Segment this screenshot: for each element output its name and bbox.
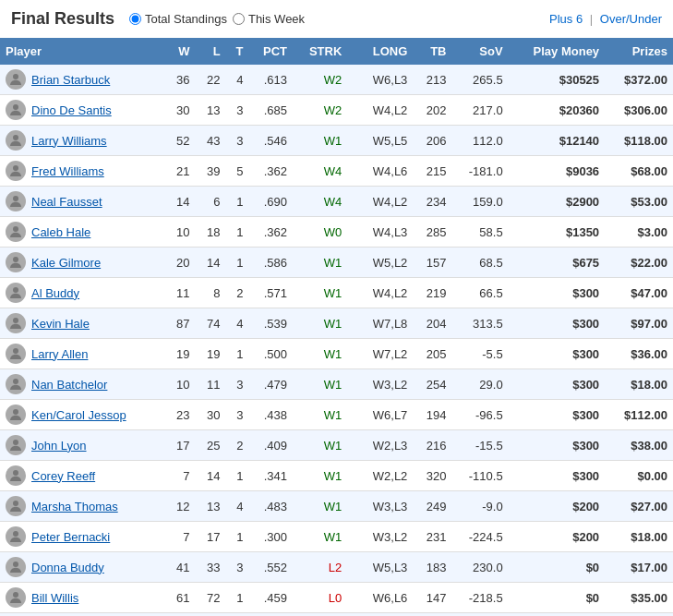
svg-point-9 — [13, 348, 18, 354]
tb-cell: 231 — [413, 522, 451, 552]
player-cell: Larry Williams — [0, 126, 164, 156]
svg-point-12 — [13, 440, 18, 445]
avatar — [6, 69, 26, 90]
tb-cell: 202 — [413, 95, 451, 126]
avatar — [6, 465, 26, 486]
player-name[interactable]: Neal Fausset — [31, 195, 102, 209]
tb-cell: 205 — [413, 339, 451, 369]
play-money-cell: $300 — [509, 461, 605, 491]
l-cell: 8 — [195, 278, 225, 308]
sov-cell: 58.5 — [452, 217, 509, 248]
sov-cell: -218.5 — [452, 583, 509, 613]
player-cell: Corey Reeff — [0, 461, 164, 491]
avatar — [6, 405, 26, 425]
sov-cell: 68.5 — [452, 248, 509, 278]
strk-cell: W4 — [293, 156, 347, 187]
player-name[interactable]: Fred Williams — [31, 164, 104, 178]
player-name[interactable]: John Lyon — [31, 439, 87, 453]
play-money-cell: $2900 — [509, 187, 605, 217]
player-name[interactable]: Bill Willis — [31, 591, 78, 605]
pct-cell: .300 — [249, 522, 294, 552]
play-money-cell: $20360 — [509, 95, 605, 126]
over-under-link[interactable]: Over/Under — [600, 12, 662, 26]
t-cell: 3 — [226, 126, 249, 156]
t-cell: 3 — [226, 552, 249, 583]
svg-point-13 — [13, 470, 18, 476]
long-cell: W4,L3 — [347, 217, 413, 248]
play-money-cell: $300 — [509, 400, 605, 430]
svg-point-10 — [13, 379, 18, 384]
strk-cell: W1 — [293, 522, 347, 552]
w-cell: 87 — [164, 308, 195, 339]
table-row: Larry Williams52433.546W1W5,L5206112.0$1… — [0, 126, 673, 156]
t-cell: 3 — [226, 369, 249, 400]
w-cell: 19 — [164, 339, 195, 369]
player-name[interactable]: Donna Buddy — [31, 561, 104, 574]
player-name[interactable]: Kevin Hale — [31, 317, 90, 331]
avatar — [6, 130, 26, 151]
prizes-cell: $306.00 — [605, 95, 673, 126]
this-week-radio[interactable]: This Week — [233, 12, 305, 26]
svg-point-15 — [13, 531, 18, 537]
avatar — [6, 374, 26, 394]
l-cell: 74 — [195, 308, 225, 339]
player-name[interactable]: Larry Williams — [31, 134, 107, 148]
svg-point-11 — [13, 409, 18, 415]
strk-cell: W1 — [293, 126, 347, 156]
table-row: Bill Willis61721.459L0W6,L6147-218.5$0$3… — [0, 583, 673, 613]
t-cell: 1 — [226, 217, 249, 248]
play-money-cell: $300 — [509, 369, 605, 400]
player-cell: Kale Gilmore — [0, 248, 164, 278]
player-cell: Neal Fausset — [0, 187, 164, 217]
total-standings-radio[interactable]: Total Standings — [129, 12, 227, 26]
player-name[interactable]: Corey Reeff — [31, 469, 95, 483]
play-money-cell: $200 — [509, 522, 605, 552]
player-name[interactable]: Larry Allen — [31, 347, 88, 361]
tb-cell: 206 — [413, 126, 451, 156]
player-name[interactable]: Brian Starbuck — [31, 73, 110, 87]
player-name[interactable]: Peter Bernacki — [31, 530, 110, 544]
player-name[interactable]: Dino De Santis — [31, 103, 112, 117]
l-cell: 14 — [195, 248, 225, 278]
play-money-cell: $0 — [509, 583, 605, 613]
prizes-cell: $35.00 — [605, 583, 673, 613]
plus6-link[interactable]: Plus 6 — [549, 12, 583, 26]
pct-cell: .479 — [249, 369, 294, 400]
player-name[interactable]: Al Buddy — [31, 286, 79, 300]
l-cell: 30 — [195, 400, 225, 430]
player-cell: Paul Lilly — [0, 613, 164, 617]
prizes-cell: $12.00 — [605, 613, 673, 617]
player-name[interactable]: Caleb Hale — [31, 225, 90, 239]
player-name[interactable]: Kale Gilmore — [31, 256, 101, 270]
w-cell: 36 — [164, 65, 195, 95]
w-cell: 11 — [164, 278, 195, 308]
pct-cell: .546 — [249, 126, 294, 156]
w-cell: 20 — [164, 248, 195, 278]
long-cell: W5,L2 — [347, 248, 413, 278]
player-cell: Bill Willis — [0, 583, 164, 613]
w-cell: 7 — [164, 461, 195, 491]
player-name[interactable]: Nan Batchelor — [31, 378, 107, 392]
player-cell: Donna Buddy — [0, 552, 164, 583]
t-cell: 3 — [226, 95, 249, 126]
pct-cell: .341 — [249, 461, 294, 491]
strk-cell: W1 — [293, 400, 347, 430]
pct-cell: .613 — [249, 65, 294, 95]
avatar — [6, 435, 26, 455]
table-row: Peter Bernacki7171.300W1W3,L2231-224.5$2… — [0, 522, 673, 552]
avatar — [6, 557, 26, 577]
standings-toggle: Total Standings This Week — [129, 12, 305, 26]
svg-point-8 — [13, 318, 18, 323]
strk-cell: L0 — [293, 613, 347, 617]
tb-cell: 157 — [413, 248, 451, 278]
tb-cell: 215 — [413, 156, 451, 187]
player-name[interactable]: Ken/Carol Jessop — [31, 408, 126, 422]
long-cell: W3,L2 — [347, 522, 413, 552]
l-cell: 33 — [195, 552, 225, 583]
player-name[interactable]: Marsha Thomas — [31, 500, 118, 513]
sov-cell: 265.5 — [452, 65, 509, 95]
play-money-cell: $1350 — [509, 217, 605, 248]
strk-cell: W1 — [293, 339, 347, 369]
w-cell: 23 — [164, 400, 195, 430]
prizes-cell: $0.00 — [605, 461, 673, 491]
